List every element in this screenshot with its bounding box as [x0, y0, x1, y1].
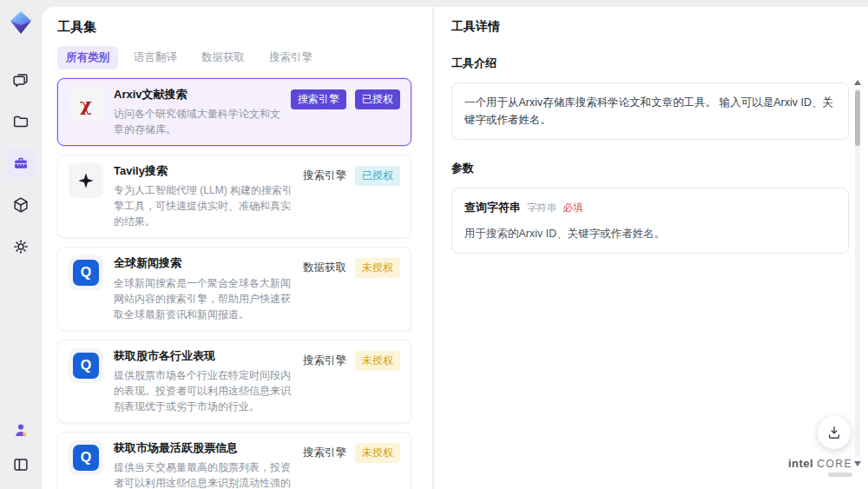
tool-icon: χ — [69, 87, 103, 122]
category-badge: 搜索引擎 — [303, 354, 346, 368]
main-content: 工具集 所有类别 语言翻译 数据获取 搜索引擎 χ Arxiv文献搜索 访问各个… — [42, 7, 868, 489]
intro-box: 一个用于从Arxiv存储库搜索科学论文和文章的工具。 输入可以是Arxiv ID… — [451, 83, 849, 140]
tool-list-item[interactable]: Q 获取股市各行业表现 提供股票市场各个行业在特定时间段内的表现。投资者可以利用… — [57, 340, 411, 423]
param-name: 查询字符串 — [464, 199, 521, 217]
news-q-logo-icon: Q — [73, 260, 99, 286]
tool-description: 提供当天交易量最高的股票列表，投资者可以利用这些信息来识别流动性强的股票和潜在的… — [114, 459, 294, 489]
tool-icon: Q — [69, 440, 103, 475]
tool-description: 全球新闻搜索是一个聚合全球各大新闻网站内容的搜索引擎，帮助用户快速获取全球最新资… — [114, 275, 294, 322]
app-screen: 工具集 所有类别 语言翻译 数据获取 搜索引擎 χ Arxiv文献搜索 访问各个… — [0, 0, 868, 489]
tool-list: χ Arxiv文献搜索 访问各个研究领域大量科学论文和文章的存储库。 搜索引擎 … — [57, 78, 411, 489]
status-badge: 已授权 — [355, 166, 400, 186]
category-tabs: 所有类别 语言翻译 数据获取 搜索引擎 — [57, 46, 411, 69]
param-box: 查询字符串 字符串 必填 用于搜索的Arxiv ID、关键字或作者姓名。 — [451, 188, 849, 254]
user-avatar-icon[interactable] — [7, 416, 35, 444]
params-heading: 参数 — [451, 161, 849, 176]
news-q-logo-icon: Q — [73, 353, 99, 379]
tool-description: 提供股票市场各个行业在特定时间段内的表现。投资者可以利用这些信息来识别表现优于或… — [114, 367, 294, 414]
sidebar-nav — [7, 66, 35, 261]
news-q-logo-icon: Q — [73, 445, 99, 471]
category-badge: 数据获取 — [303, 261, 346, 275]
brand-intel: intel — [788, 457, 813, 470]
tool-icon: Q — [69, 348, 103, 383]
cube-icon[interactable] — [7, 191, 35, 219]
intro-heading: 工具介绍 — [451, 56, 849, 71]
detail-title: 工具详情 — [451, 19, 849, 35]
download-icon — [825, 424, 843, 441]
tab-search-engine[interactable]: 搜索引擎 — [260, 46, 321, 69]
tool-name: 获取市场最活跃股票信息 — [114, 440, 294, 456]
status-badge: 已授权 — [355, 89, 400, 109]
tool-list-item[interactable]: χ Arxiv文献搜索 访问各个研究领域大量科学论文和文章的存储库。 搜索引擎 … — [57, 78, 411, 146]
tool-name: Tavily搜索 — [114, 163, 294, 179]
tab-all-categories[interactable]: 所有类别 — [57, 46, 118, 69]
tool-description: 访问各个研究领域大量科学论文和文章的存储库。 — [114, 106, 282, 137]
param-type: 字符串 — [527, 200, 557, 215]
tab-language-translation[interactable]: 语言翻译 — [125, 46, 186, 69]
param-description: 用于搜索的Arxiv ID、关键字或作者姓名。 — [464, 225, 836, 242]
tool-icon — [69, 163, 103, 198]
category-badge: 搜索引擎 — [291, 89, 346, 109]
gear-icon[interactable] — [7, 233, 35, 261]
tab-data-fetching[interactable]: 数据获取 — [193, 46, 253, 69]
tool-list-item[interactable]: Tavily搜索 专为人工智能代理 (LLM) 构建的搜索引擎工具，可快速提供实… — [57, 155, 411, 238]
arxiv-logo-icon: χ — [80, 96, 92, 114]
tool-list-item[interactable]: Q 获取市场最活跃股票信息 提供当天交易量最高的股票列表，投资者可以利用这些信息… — [57, 432, 411, 489]
tool-description: 专为人工智能代理 (LLM) 构建的搜索引擎工具，可快速提供实时、准确和真实的结… — [114, 182, 294, 229]
toolbox-icon[interactable] — [7, 149, 35, 177]
param-required-badge: 必填 — [563, 200, 583, 215]
tool-list-item[interactable]: Q 全球新闻搜索 全球新闻搜索是一个聚合全球各大新闻网站内容的搜索引擎，帮助用户… — [57, 247, 411, 330]
status-badge: 未授权 — [355, 258, 400, 278]
chat-icon[interactable] — [7, 66, 35, 94]
page-title: 工具集 — [57, 19, 411, 36]
tavily-star-icon — [76, 171, 95, 190]
tool-name: 获取股市各行业表现 — [114, 348, 294, 364]
brand-core: core — [817, 458, 852, 470]
brand-accent-bar — [828, 472, 852, 477]
category-badge: 搜索引擎 — [303, 446, 346, 460]
param-header: 查询字符串 字符串 必填 — [464, 199, 836, 217]
tool-name: Arxiv文献搜索 — [114, 87, 282, 102]
app-sidebar — [0, 0, 42, 489]
tool-icon: Q — [69, 255, 103, 290]
tool-list-panel: 工具集 所有类别 语言翻译 数据获取 搜索引擎 χ Arxiv文献搜索 访问各个… — [42, 7, 432, 489]
download-button[interactable] — [818, 416, 851, 449]
folder-icon[interactable] — [7, 108, 35, 135]
status-badge: 未授权 — [355, 351, 400, 371]
category-badge: 搜索引擎 — [303, 169, 346, 183]
status-badge: 未授权 — [355, 443, 400, 463]
intro-text: 一个用于从Arxiv存储库搜索科学论文和文章的工具。 输入可以是Arxiv ID… — [464, 96, 833, 126]
app-logo-icon[interactable] — [7, 9, 35, 36]
intel-core-logo: intel core — [788, 458, 852, 477]
panel-toggle-icon[interactable] — [7, 451, 35, 479]
tool-detail-panel: 工具详情 工具介绍 一个用于从Arxiv存储库搜索科学论文和文章的工具。 输入可… — [434, 7, 868, 489]
tool-name: 全球新闻搜索 — [114, 255, 294, 271]
sidebar-bottom — [7, 416, 35, 479]
